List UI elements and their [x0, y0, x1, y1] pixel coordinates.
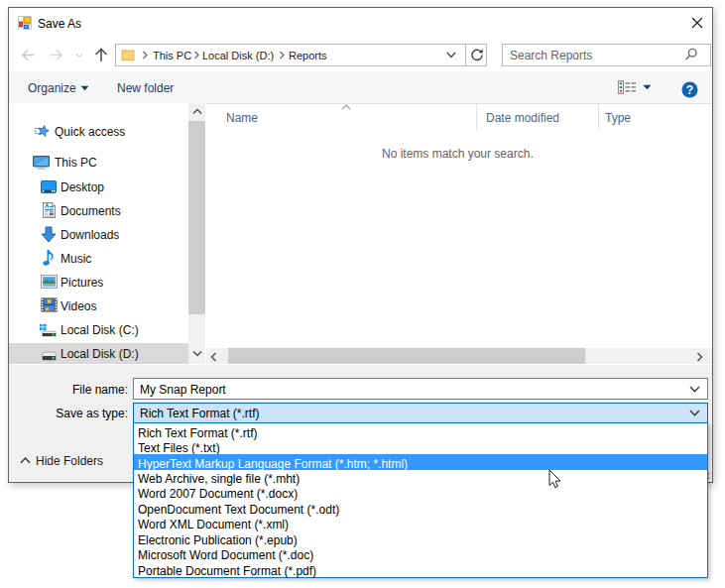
svg-text:?: ? [686, 83, 693, 97]
